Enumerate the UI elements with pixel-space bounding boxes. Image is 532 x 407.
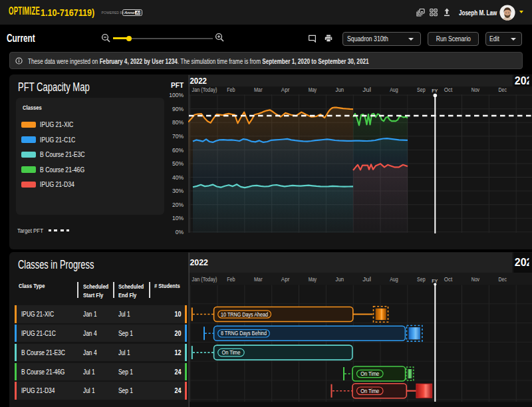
svg-text:Jul: Jul: [362, 86, 371, 93]
svg-text:May: May: [309, 276, 317, 283]
svg-text:Jun: Jun: [336, 276, 344, 283]
svg-text:On Time: On Time: [360, 388, 379, 394]
svg-text:Dec: Dec: [498, 276, 507, 283]
svg-text:Jan (Today): Jan (Today): [192, 276, 217, 283]
svg-text:Apr: Apr: [281, 276, 290, 283]
svg-text:Mar: Mar: [254, 86, 263, 93]
svg-text:Feb: Feb: [227, 86, 235, 93]
svg-text:Jan (Today): Jan (Today): [192, 86, 217, 93]
svg-text:On Time: On Time: [360, 370, 379, 377]
svg-text:May: May: [309, 86, 317, 93]
svg-text:Oct: Oct: [444, 86, 453, 93]
svg-text:Sep: Sep: [417, 86, 426, 93]
svg-text:Nov: Nov: [471, 276, 480, 283]
svg-text:Oct: Oct: [444, 276, 453, 283]
svg-text:Dec: Dec: [498, 86, 507, 93]
svg-text:Nov: Nov: [471, 86, 480, 93]
svg-text:FY: FY: [432, 88, 438, 94]
svg-text:Apr: Apr: [281, 86, 290, 93]
svg-text:2022: 2022: [190, 257, 209, 267]
svg-text:Feb: Feb: [227, 276, 235, 283]
svg-text:8 TRNG Days Behind: 8 TRNG Days Behind: [221, 330, 267, 337]
svg-text:10 TRNG Days Ahead: 10 TRNG Days Ahead: [221, 311, 268, 318]
svg-text:Sep: Sep: [417, 276, 426, 283]
svg-text:2022: 2022: [190, 76, 207, 86]
svg-text:On Time: On Time: [221, 349, 240, 356]
svg-text:FY: FY: [432, 278, 438, 284]
svg-text:Mar: Mar: [254, 276, 263, 283]
svg-text:Jul: Jul: [362, 276, 371, 283]
svg-text:Aug: Aug: [390, 86, 398, 93]
svg-text:Aug: Aug: [390, 276, 398, 283]
svg-text:Jun: Jun: [336, 86, 344, 93]
